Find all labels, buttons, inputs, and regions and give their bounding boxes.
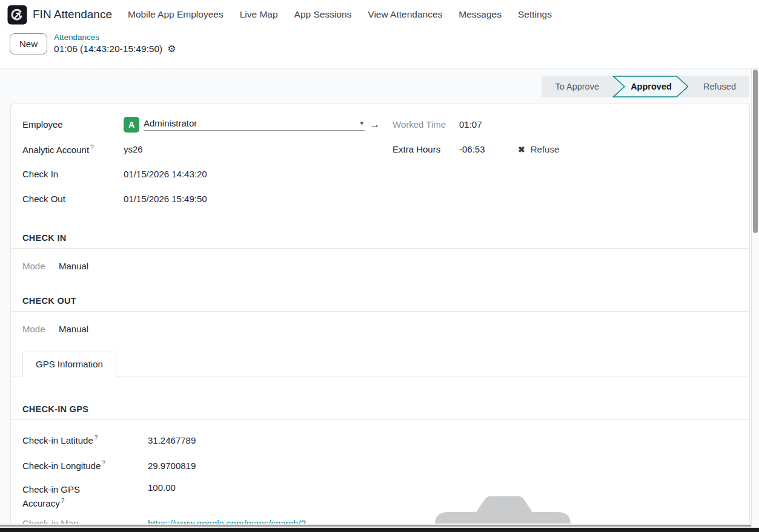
refuse-x-icon: ✖ bbox=[518, 145, 525, 154]
analytic-account-value[interactable]: ys26 bbox=[124, 144, 143, 154]
fin-logo-icon[interactable] bbox=[7, 5, 27, 25]
check-in-mode-row: Mode Manual bbox=[22, 257, 737, 274]
extra-hours-value: -06:53 bbox=[459, 144, 515, 154]
analytic-account-label: Analytic Account? bbox=[22, 144, 124, 155]
app-title[interactable]: FIN Attendance bbox=[33, 8, 112, 21]
check-in-gps-accuracy-label: Check-in GPS Accuracy? bbox=[22, 482, 148, 511]
help-icon[interactable]: ? bbox=[102, 460, 105, 467]
horizontal-scrollbar-thumb[interactable] bbox=[0, 525, 759, 527]
field-group: Employee A Administrator ▾ → Analytic Ac… bbox=[22, 112, 737, 211]
new-button[interactable]: New bbox=[10, 33, 47, 54]
vertical-scrollbar bbox=[751, 68, 759, 527]
check-in-label: Check In bbox=[22, 169, 124, 179]
help-icon[interactable]: ? bbox=[94, 435, 98, 441]
check-in-latitude-label: Check-in Latitude? bbox=[22, 435, 148, 445]
employee-field-row: Employee A Administrator ▾ → bbox=[22, 112, 380, 137]
refuse-button[interactable]: ✖ Refuse bbox=[518, 144, 559, 154]
header: FIN Attendance Mobile App Employees Live… bbox=[0, 0, 759, 68]
nav-item-messages[interactable]: Messages bbox=[459, 9, 502, 20]
check-in-mode-label: Mode bbox=[22, 261, 59, 271]
breadcrumb-parent-link[interactable]: Attendances bbox=[54, 33, 176, 43]
notebook-tabs: GPS Information bbox=[11, 352, 749, 376]
check-out-mode-value: Manual bbox=[59, 324, 88, 334]
worked-time-label: Worked Time bbox=[393, 119, 459, 130]
employee-avatar: A bbox=[124, 117, 139, 133]
main-navbar: FIN Attendance Mobile App Employees Live… bbox=[0, 0, 759, 29]
nav-item-view-attendances[interactable]: View Attendances bbox=[368, 9, 442, 20]
breadcrumb-current: 01:06 (14:43:20-15:49:50) bbox=[54, 43, 162, 54]
check-out-section-title: CHECK OUT bbox=[11, 296, 749, 312]
stage-refused[interactable]: Refused bbox=[690, 76, 749, 97]
chevron-down-icon[interactable]: ▾ bbox=[359, 119, 365, 127]
gear-icon[interactable]: ⚙ bbox=[167, 44, 176, 54]
nav-item-settings[interactable]: Settings bbox=[518, 9, 552, 20]
check-in-mode-value: Manual bbox=[59, 261, 88, 271]
tab-gps-information[interactable]: GPS Information bbox=[22, 352, 116, 376]
check-out-label: Check Out bbox=[22, 194, 124, 204]
worked-time-field-row: Worked Time 01:07 bbox=[380, 112, 737, 137]
analytic-account-field-row: Analytic Account? ys26 bbox=[22, 137, 380, 162]
nav-item-app-sessions[interactable]: App Sessions bbox=[294, 9, 352, 20]
vertical-scrollbar-thumb[interactable] bbox=[753, 70, 758, 233]
nav-menu: Mobile App Employees Live Map App Sessio… bbox=[128, 9, 552, 20]
check-in-gps-accuracy-row: Check-in GPS Accuracy? 100.00 bbox=[22, 478, 737, 511]
employee-input[interactable]: Administrator ▾ bbox=[144, 118, 365, 131]
check-in-latitude-value[interactable]: 31.2467789 bbox=[148, 435, 196, 445]
control-panel: New Attendances 01:06 (14:43:20-15:49:50… bbox=[0, 29, 759, 54]
check-in-field-row: Check In 01/15/2026 14:43:20 bbox=[22, 162, 380, 186]
worked-time-value: 01:07 bbox=[459, 119, 515, 130]
breadcrumb: Attendances 01:06 (14:43:20-15:49:50) ⚙ bbox=[54, 33, 176, 54]
help-icon[interactable]: ? bbox=[90, 144, 94, 151]
stage-to-approve[interactable]: To Approve bbox=[542, 76, 612, 97]
employee-label: Employee bbox=[22, 119, 124, 130]
check-in-gps-section-title: CHECK-IN GPS bbox=[11, 404, 749, 420]
form-sheet: Employee A Administrator ▾ → Analytic Ac… bbox=[10, 103, 750, 532]
status-bar: To Approve Approved Refused bbox=[542, 76, 749, 97]
check-out-field-row: Check Out 01/15/2026 15:49:50 bbox=[22, 186, 380, 211]
internal-link-arrow-icon[interactable]: → bbox=[370, 119, 380, 131]
check-in-longitude-row: Check-in Longitude? 29.9700819 bbox=[22, 453, 737, 478]
check-in-value[interactable]: 01/15/2026 14:43:20 bbox=[124, 169, 207, 179]
check-out-value[interactable]: 01/15/2026 15:49:50 bbox=[124, 194, 207, 204]
check-in-latitude-row: Check-in Latitude? 31.2467789 bbox=[22, 427, 737, 453]
extra-hours-field-row: Extra Hours -06:53 ✖ Refuse bbox=[380, 137, 737, 162]
right-column: Worked Time 01:07 Extra Hours -06:53 ✖ R… bbox=[380, 112, 737, 211]
check-in-longitude-label: Check-in Longitude? bbox=[22, 460, 148, 471]
bottom-black-bar bbox=[0, 528, 759, 532]
check-out-mode-label: Mode bbox=[22, 324, 59, 334]
check-in-longitude-value[interactable]: 29.9700819 bbox=[148, 461, 196, 471]
left-column: Employee A Administrator ▾ → Analytic Ac… bbox=[22, 112, 380, 211]
app-window: FIN Attendance Mobile App Employees Live… bbox=[0, 0, 759, 532]
check-in-section-title: CHECK IN bbox=[11, 233, 749, 249]
check-in-gps-accuracy-value[interactable]: 100.00 bbox=[148, 482, 176, 493]
nav-item-live-map[interactable]: Live Map bbox=[240, 9, 278, 20]
check-out-mode-row: Mode Manual bbox=[22, 320, 737, 337]
help-icon[interactable]: ? bbox=[61, 498, 65, 504]
extra-hours-label: Extra Hours bbox=[393, 144, 459, 154]
nav-item-mobile-app-employees[interactable]: Mobile App Employees bbox=[128, 9, 224, 20]
stage-approved[interactable]: Approved bbox=[612, 76, 690, 97]
